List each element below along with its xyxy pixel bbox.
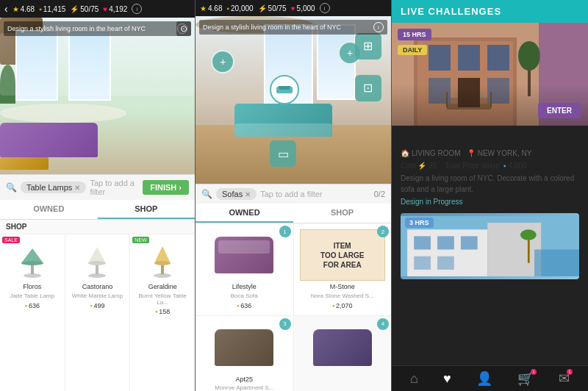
tab-shop-left[interactable]: SHOP [98,200,196,219]
item-castorano[interactable]: Castorano White Marble Lamp ▪ 499 [65,234,130,391]
sale-badge: SALE [2,237,20,243]
camera-icon[interactable]: ⊙ [176,21,191,36]
daily-badge: DAILY [398,45,427,55]
nav-home[interactable]: ⌂ [410,371,418,387]
item-subname-lifestyle: Boca Sofa [231,293,258,300]
item-name-mstone: M-Stone [330,283,355,291]
sofa [0,123,98,157]
sofa-select-button[interactable] [270,75,299,104]
item-mstone[interactable]: 2 ITEMTOO LARGEFOR AREA M-Stone Nora Sto… [294,223,392,315]
svg-rect-20 [458,45,480,71]
nav-profile[interactable]: 👤 [476,370,492,387]
item-empty[interactable]: 4 [294,316,392,391]
new-badge: NEW [132,237,148,243]
star-icon-mid: ★ [200,4,207,12]
svg-point-11 [154,261,171,265]
price-coin-icon-2: ▪ [90,302,92,309]
filter-bar-mid: 🔍 Sofas ✕ Tap to add a filter 0/2 [196,184,391,204]
item-icon-3[interactable]: ▭ [270,140,296,167]
tab-owned-mid[interactable]: OWNED [196,204,293,223]
items-grid-mid: 1 Lifestyle Boca Sofa ▪ 636 2 ITEMTOO LA… [196,223,391,391]
filter-tag-sofas[interactable]: Sofas ✕ [216,188,257,200]
nav-mail[interactable]: ✉ 1 [559,370,570,387]
item-geraldine[interactable]: NEW Geraldine Burnt Yellow Table La... ▪… [130,234,195,391]
svg-point-43 [520,229,537,240]
item-icon-1[interactable]: ⊞ [355,33,381,60]
item-lifestyle[interactable]: 1 Lifestyle Boca Sofa ▪ 636 [196,223,293,315]
svg-point-7 [88,261,106,265]
finish-button[interactable]: FINISH › [143,180,189,195]
coffee-table [0,157,49,170]
item-icon-2[interactable]: ⊡ [355,75,381,101]
sofa-count-badge: 0/2 [374,190,385,198]
item-price-lifestyle: ▪ 636 [237,302,251,309]
item-name-lifestyle: Lifestyle [232,283,257,291]
item-floros[interactable]: SALE Floros Jade Table Lamp ▪ 636 [0,234,65,391]
nav-cart[interactable]: 🛒 1 [517,370,534,387]
svg-rect-15 [290,87,293,91]
scene-info-icon-mid[interactable]: i [373,22,384,32]
challenge-hero: 15 HRS DAILY ENTER [392,23,588,126]
tab-bar-mid: OWNED SHOP [196,204,391,223]
items-grid-left: SALE Floros Jade Table Lamp ▪ 636 [0,234,195,391]
challenge-details: URBAN BROWNSTONE 🏠 LIVING ROOM 📍 NEW YOR… [392,126,588,365]
price-icon-mstone: ▪ [332,302,334,309]
cart-badge: 1 [531,369,537,375]
room-scene-mid: + + ⊞ ⊡ ▭ Design a stylish living room i… [196,16,391,184]
energy-stat-mid: ⚡ 50/75 [258,4,287,12]
filter-tag-lamps[interactable]: Table Lamps ✕ [21,182,86,193]
svg-rect-41 [534,250,579,276]
add-item-button-1[interactable]: + [211,50,234,73]
item-badge-1: 1 [279,226,291,237]
scene-title-mid: Design a stylish living room in the hear… [203,24,341,31]
item-badge-3: 3 [279,318,291,330]
svg-rect-38 [461,236,478,249]
time-badge-2: 3 HRS [405,218,434,228]
svg-rect-42 [528,236,530,262]
top-bar-mid: ★ 4.68 ▪ 20,000 ⚡ 50/75 ♥ 5,000 i [196,0,391,16]
location: 📍 NEW YORK, NY [467,149,532,157]
design-progress: Design in Progress [401,198,579,206]
filter-remove-button-mid[interactable]: ✕ [245,190,251,198]
heart-icon-mid: ♥ [291,4,295,12]
energy-stat: ⚡ 50/75 [70,5,98,13]
tab-shop-mid[interactable]: SHOP [293,204,391,223]
hearts-stat: ♥ 4,192 [103,5,127,13]
item-subname-mstone: Nora Stone Washed S... [311,293,374,300]
filter-placeholder: Tap to add a filter [90,179,139,196]
rating-stat-mid: ★ 4.68 [200,4,222,12]
mail-badge: 1 [567,369,573,375]
tab-owned-left[interactable]: OWNED [0,200,98,219]
room-icon: 🏠 [401,149,409,157]
location-icon: 📍 [467,149,476,157]
rug [0,104,126,123]
price-coin-icon: ▪ [25,302,27,309]
challenge-meta: 🏠 LIVING ROOM 📍 NEW YORK, NY [401,149,579,157]
svg-rect-13 [278,86,291,90]
info-button[interactable]: i [132,4,142,14]
svg-rect-14 [276,87,279,91]
svg-rect-39 [414,257,431,270]
price-icon-lifestyle: ▪ [237,302,239,309]
nav-heart[interactable]: ♥ [443,371,451,387]
hearts-stat-mid: ♥ 5,000 [291,4,315,12]
time-badge-1: 15 HRS [398,29,431,40]
info-button-mid[interactable]: i [320,3,330,13]
scene-title-left: Design a stylish living room in the hear… [7,25,146,32]
back-button[interactable]: ‹ [4,3,8,15]
star-icon: ★ [12,5,19,13]
room-scene-left: Design a stylish living room in the hear… [0,18,195,174]
challenge-2-preview[interactable]: 3 HRS [401,213,579,279]
shop-section-header: SHOP [0,220,195,234]
enter-button[interactable]: ENTER [538,103,581,118]
svg-rect-36 [414,236,431,249]
room-type: 🏠 LIVING ROOM [401,149,461,157]
filter-remove-button[interactable]: ✕ [74,184,80,192]
svg-marker-10 [154,246,171,263]
search-icon-mid: 🔍 [201,189,212,199]
item-price-geraldine: ▪ 158 [155,308,170,315]
item-name-floros: Floros [23,283,41,291]
item-name-apt25: Apt25 [235,376,253,384]
coins-stat: ▪ 11,415 [39,5,65,13]
item-apt25[interactable]: 3 Apt25 Monroe Apartment S... ◆ 1,058 [196,316,293,391]
